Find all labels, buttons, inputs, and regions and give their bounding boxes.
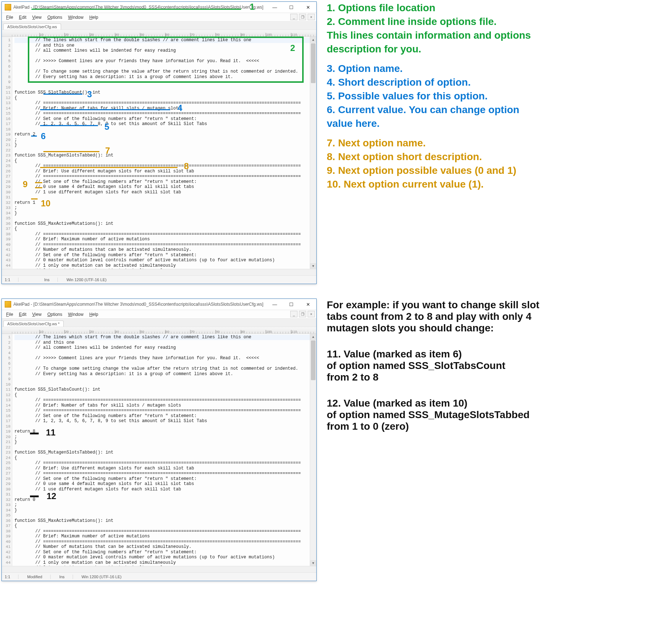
code-line[interactable]: // 1 only one mutation can be activated …	[14, 263, 316, 269]
code-line[interactable]: return 0	[14, 497, 316, 503]
code-line[interactable]	[14, 492, 316, 497]
scroll-thumb[interactable]	[311, 43, 316, 83]
code-line[interactable]	[14, 424, 316, 429]
code-line[interactable]: // =====================================…	[14, 242, 316, 248]
mdi-close-icon[interactable]: ×	[308, 14, 315, 20]
menu-help[interactable]: Help	[86, 311, 101, 318]
code-line[interactable]: // all comment lines will be indented fo…	[14, 48, 316, 53]
menu-window[interactable]: Window	[65, 311, 86, 318]
document-tab[interactable]: ASlotsSlotsSlotsUserCfg.ws *	[3, 321, 64, 327]
maximize-button[interactable]: ☐	[283, 2, 300, 13]
code-line[interactable]: function SSS_MutagenSlotsTabbed(): int	[14, 450, 316, 455]
code-line[interactable]	[14, 127, 316, 132]
mdi-minimize-icon[interactable]: _	[290, 14, 297, 20]
code-line[interactable]: // Brief: Use different mutagen slots fo…	[14, 466, 316, 471]
code-line[interactable]: return 1	[14, 200, 316, 206]
mdi-restore-icon[interactable]: ❐	[299, 14, 306, 20]
scroll-down-icon[interactable]: ▼	[310, 263, 316, 269]
code-line[interactable]: // =====================================…	[14, 471, 316, 476]
code-line[interactable]: ;	[14, 205, 316, 211]
menu-edit[interactable]: Edit	[16, 14, 29, 21]
code-line[interactable]: ;	[14, 502, 316, 508]
code-line[interactable]: // To change some setting change the val…	[14, 366, 316, 372]
menu-window[interactable]: Window	[65, 14, 86, 21]
code-body[interactable]: // The lines which start from the double…	[12, 334, 316, 572]
code-line[interactable]	[14, 382, 316, 387]
mdi-restore-icon[interactable]: ❐	[299, 311, 306, 317]
code-line[interactable]: // 1, 2, 3, 4, 5, 6, 7, 8, 9 to set this…	[14, 418, 316, 424]
code-body[interactable]: // The lines which start from the double…	[12, 37, 316, 275]
minimize-button[interactable]: —	[266, 2, 283, 13]
code-line[interactable]: {	[14, 392, 316, 398]
code-line[interactable]: // Brief: Maximum number of active mutat…	[14, 534, 316, 539]
code-line[interactable]: // Brief: Maximum number of active mutat…	[14, 237, 316, 242]
code-line[interactable]: // =====================================…	[14, 232, 316, 237]
code-line[interactable]: // 1 only one mutation can be activated …	[14, 560, 316, 566]
code-line[interactable]	[14, 85, 316, 90]
code-line[interactable]: // 1, 2, 3, 4, 5, 6, 7, 8, 9 to set this…	[14, 121, 316, 127]
menu-file[interactable]: File	[3, 14, 16, 21]
code-line[interactable]: return 8	[14, 429, 316, 434]
menu-view[interactable]: View	[29, 311, 44, 318]
minimize-button[interactable]: —	[266, 299, 283, 310]
vertical-scrollbar[interactable]: ▲ ▼	[310, 334, 316, 566]
code-line[interactable]: // The lines which start from the double…	[14, 335, 316, 340]
code-line[interactable]: // Brief: Number of tabs for skill slots…	[14, 106, 316, 111]
code-line[interactable]: // and this one	[14, 43, 316, 48]
code-line[interactable]: // 0 master mutation level controls numb…	[14, 555, 316, 560]
code-line[interactable]: }	[14, 142, 316, 148]
code-line[interactable]: // >>>>> Comment lines are your friends …	[14, 59, 316, 64]
editor-area[interactable]: 1234567891011121314151617181920212223242…	[2, 334, 316, 572]
mdi-close-icon[interactable]: ×	[308, 311, 315, 317]
code-line[interactable]: function SSS_SlotTabsCount(): int	[14, 387, 316, 392]
code-line[interactable]: // Number of mutations that can be activ…	[14, 247, 316, 253]
code-line[interactable]: // Set one of the following numbers afte…	[14, 413, 316, 419]
menu-file[interactable]: File	[3, 311, 16, 318]
code-line[interactable]	[14, 80, 316, 85]
code-line[interactable]: {	[14, 226, 316, 232]
code-line[interactable]: // =====================================…	[14, 408, 316, 413]
code-line[interactable]: // Number of mutations that can be activ…	[14, 544, 316, 550]
code-line[interactable]: // and this one	[14, 340, 316, 345]
code-line[interactable]: // 1 use different mutagen slots for eac…	[14, 487, 316, 492]
code-line[interactable]	[14, 513, 316, 518]
code-line[interactable]: }	[14, 211, 316, 216]
code-line[interactable]: // Every setting has a description: it i…	[14, 74, 316, 80]
code-line[interactable]: // =====================================…	[14, 100, 316, 106]
code-line[interactable]: // =====================================…	[14, 163, 316, 169]
code-line[interactable]: {	[14, 95, 316, 101]
code-line[interactable]: function SSS_MutagenSlotsTabbed(): int	[14, 153, 316, 158]
code-line[interactable]: }	[14, 508, 316, 513]
mdi-minimize-icon[interactable]: _	[290, 311, 297, 317]
code-line[interactable]	[14, 216, 316, 221]
code-line[interactable]: // Set one of the following numbers afte…	[14, 253, 316, 258]
editor-area[interactable]: 1234567891011121314151617181920212223242…	[2, 37, 316, 275]
code-line[interactable]	[14, 148, 316, 153]
close-button[interactable]: ✕	[300, 299, 316, 310]
menu-help[interactable]: Help	[86, 14, 101, 21]
code-line[interactable]	[14, 64, 316, 69]
code-line[interactable]: // =====================================…	[14, 460, 316, 466]
code-line[interactable]: // 0 use same 4 default mutagen slots fo…	[14, 184, 316, 190]
code-line[interactable]: // Every setting has a description: it i…	[14, 372, 316, 377]
code-line[interactable]: // To change some setting change the val…	[14, 69, 316, 74]
horizontal-scrollbar[interactable]	[2, 566, 316, 572]
code-line[interactable]: ;	[14, 137, 316, 143]
menu-view[interactable]: View	[29, 14, 44, 21]
code-line[interactable]: // =====================================…	[14, 529, 316, 534]
code-line[interactable]: ;	[14, 434, 316, 440]
maximize-button[interactable]: ☐	[283, 299, 300, 310]
document-tab[interactable]: ASlotsSlotsSlotsUserCfg.ws	[3, 23, 61, 30]
scroll-up-icon[interactable]: ▲	[310, 37, 316, 43]
scroll-thumb[interactable]	[311, 340, 316, 380]
code-line[interactable]: }	[14, 439, 316, 445]
code-line[interactable]: function SSS_MaxActiveMutations(): int	[14, 518, 316, 524]
code-line[interactable]: // Set one of the following numbers afte…	[14, 550, 316, 555]
code-line[interactable]: // =====================================…	[14, 539, 316, 545]
code-line[interactable]: {	[14, 158, 316, 164]
code-line[interactable]	[14, 377, 316, 382]
code-line[interactable]: // The lines which start from the double…	[14, 38, 316, 43]
code-line[interactable]: function SSS_SlotTabsCount(): int	[14, 90, 316, 95]
code-line[interactable]: // Brief: Use different mutagen slots fo…	[14, 169, 316, 174]
menu-options[interactable]: Options	[44, 311, 65, 318]
